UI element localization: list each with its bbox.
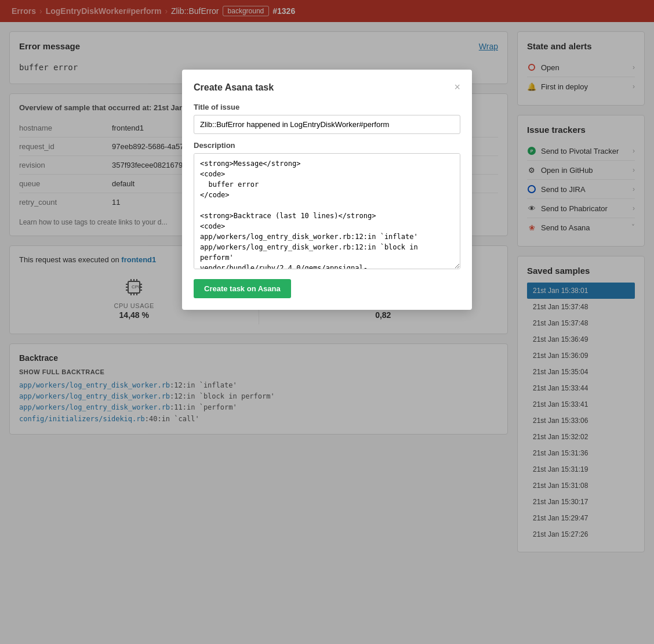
modal-title: Create Asana task — [194, 82, 274, 93]
modal-close-button[interactable]: × — [454, 81, 460, 93]
modal-title-label: Title of issue — [194, 103, 460, 111]
modal-submit-button[interactable]: Create task on Asana — [194, 279, 291, 298]
modal-header: Create Asana task × — [194, 81, 460, 93]
modal-title-input[interactable] — [194, 115, 460, 134]
create-asana-modal: Create Asana task × Title of issue Descr… — [182, 70, 472, 310]
modal-description-label: Description — [194, 141, 460, 150]
modal-description-textarea[interactable] — [194, 153, 460, 269]
modal-overlay: Create Asana task × Title of issue Descr… — [0, 0, 654, 562]
